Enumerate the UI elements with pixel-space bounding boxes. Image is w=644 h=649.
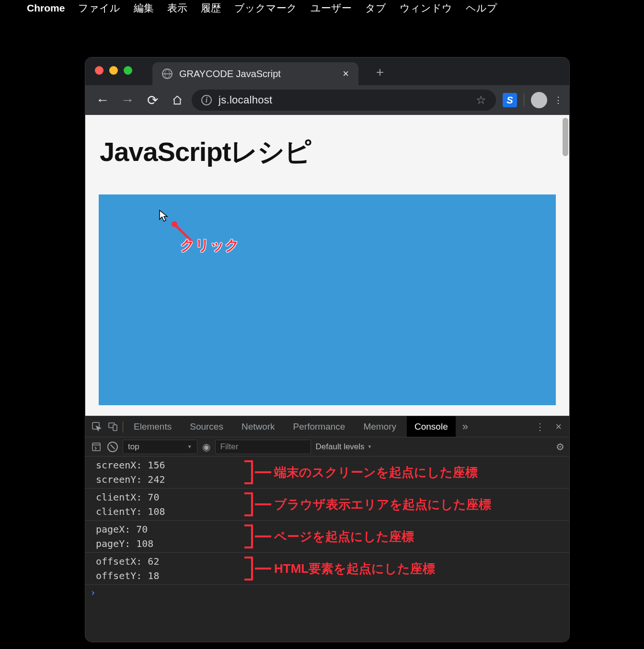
console-annotation: ブラウザ表示エリアを起点にした座標 — [244, 492, 491, 516]
menu-tabs[interactable]: タブ — [365, 1, 386, 15]
page-heading: JavaScriptレシピ — [85, 115, 569, 185]
nav-forward-button[interactable]: → — [117, 90, 138, 111]
log-levels-select[interactable]: Default levels ▼ — [316, 442, 372, 452]
devtools-menu-button[interactable]: ⋮ — [530, 421, 550, 433]
globe-icon — [162, 68, 172, 79]
devtools-close-button[interactable]: × — [552, 421, 564, 433]
nav-reload-button[interactable]: ⟳ — [142, 90, 163, 111]
dropdown-triangle-icon: ▼ — [368, 444, 372, 449]
site-info-icon[interactable]: i — [201, 95, 212, 105]
dash-icon — [255, 535, 271, 537]
browser-tab[interactable]: GRAYCODE JavaScript × — [152, 62, 358, 85]
device-toggle-icon[interactable] — [106, 420, 120, 433]
window-zoom-button[interactable] — [124, 66, 132, 75]
clear-console-icon[interactable] — [107, 442, 118, 452]
toolbar-separator — [524, 93, 524, 107]
new-tab-button[interactable]: + — [373, 65, 387, 80]
devtab-sources[interactable]: Sources — [182, 416, 231, 437]
devtab-console[interactable]: Console — [407, 416, 456, 437]
devtab-performance[interactable]: Performance — [286, 416, 353, 437]
window-traffic-lights — [95, 66, 132, 75]
devtab-network[interactable]: Network — [234, 416, 283, 437]
browser-window: GRAYCODE JavaScript × + ← → ⟳ i js.local… — [85, 57, 569, 642]
console-prompt[interactable]: › — [85, 585, 569, 598]
nav-home-button[interactable] — [167, 90, 188, 111]
devtab-memory[interactable]: Memory — [356, 416, 404, 437]
menu-bookmarks[interactable]: ブックマーク — [234, 1, 297, 15]
dash-icon — [255, 471, 271, 473]
devtools-panel: Elements Sources Network Performance Mem… — [85, 416, 569, 642]
devtabs-overflow-icon[interactable]: » — [459, 421, 472, 433]
toolbar-extensions: S ⋮ — [500, 92, 563, 108]
page-scrollbar[interactable] — [563, 118, 568, 156]
console-filter-placeholder: Filter — [220, 442, 239, 452]
menu-users[interactable]: ユーザー — [310, 1, 352, 15]
window-minimize-button[interactable] — [109, 66, 118, 75]
bracket-icon — [244, 460, 253, 484]
dash-icon — [255, 503, 271, 505]
menu-file[interactable]: ファイル — [78, 1, 120, 15]
tab-strip: GRAYCODE JavaScript × + — [85, 57, 569, 85]
svg-rect-3 — [113, 425, 117, 431]
demo-blue-box[interactable]: クリック — [99, 194, 556, 405]
inspect-element-icon[interactable] — [90, 420, 104, 433]
dash-icon — [255, 568, 271, 569]
menu-edit[interactable]: 編集 — [134, 1, 154, 15]
page-viewport: JavaScriptレシピ クリック — [85, 115, 569, 416]
cursor-arrow-icon — [159, 210, 170, 226]
devtab-elements[interactable]: Elements — [126, 416, 179, 437]
console-output[interactable]: screenX: 156 screenY: 242 端末のスクリーンを起点にした… — [85, 456, 569, 642]
address-omnibox[interactable]: i js.localhost ☆ — [192, 90, 496, 111]
console-sidebar-toggle-icon[interactable] — [90, 441, 103, 453]
console-row: screenX: 156 screenY: 242 端末のスクリーンを起点にした… — [85, 456, 569, 489]
bracket-icon — [244, 492, 253, 516]
menu-view[interactable]: 表示 — [167, 1, 187, 15]
menu-help[interactable]: ヘルプ — [466, 1, 497, 15]
tab-title: GRAYCODE JavaScript — [179, 68, 336, 80]
menu-window[interactable]: ウィンドウ — [400, 1, 452, 15]
annotation-text: ブラウザ表示エリアを起点にした座標 — [274, 496, 491, 513]
svg-rect-4 — [92, 443, 100, 451]
bracket-icon — [244, 524, 253, 548]
annotation-text: 端末のスクリーンを起点にした座標 — [274, 464, 478, 481]
console-annotation: ページを起点にした座標 — [244, 524, 414, 548]
bracket-icon — [244, 557, 253, 581]
extension-s-icon[interactable]: S — [503, 93, 517, 107]
click-annotation-label: クリック — [180, 236, 240, 255]
bookmark-star-icon[interactable]: ☆ — [476, 93, 486, 107]
console-annotation: 端末のスクリーンを起点にした座標 — [244, 460, 478, 484]
live-expression-icon[interactable]: ◉ — [202, 441, 210, 453]
macos-menubar: Chrome ファイル 編集 表示 履歴 ブックマーク ユーザー タブ ウィンド… — [0, 0, 644, 16]
menubar-app-name[interactable]: Chrome — [27, 2, 65, 14]
console-settings-icon[interactable]: ⚙ — [556, 441, 564, 453]
console-row: offsetX: 62 offsetY: 18 HTML要素を起点にした座標 — [85, 553, 569, 585]
devtools-tab-bar: Elements Sources Network Performance Mem… — [85, 416, 569, 437]
url-text: js.localhost — [218, 94, 469, 106]
console-toolbar: top ▼ ◉ Filter Default levels ▼ ⚙ — [85, 437, 569, 456]
console-row: clientX: 70 clientY: 108 ブラウザ表示エリアを起点にした… — [85, 489, 569, 521]
log-levels-label: Default levels — [316, 442, 365, 452]
browser-menu-button[interactable]: ⋮ — [554, 99, 563, 102]
console-filter-input[interactable]: Filter — [215, 440, 311, 454]
tab-close-button[interactable]: × — [343, 68, 349, 80]
annotation-text: ページを起点にした座標 — [274, 528, 414, 545]
menu-history[interactable]: 履歴 — [201, 1, 221, 15]
window-close-button[interactable] — [95, 66, 104, 75]
profile-avatar[interactable] — [531, 92, 547, 108]
execution-context-select[interactable]: top ▼ — [123, 440, 197, 454]
console-row: pageX: 70 pageY: 108 ページを起点にした座標 — [85, 521, 569, 553]
dropdown-triangle-icon: ▼ — [187, 444, 192, 449]
nav-back-button[interactable]: ← — [92, 90, 113, 111]
address-bar: ← → ⟳ i js.localhost ☆ S ⋮ — [85, 85, 569, 115]
console-annotation: HTML要素を起点にした座標 — [244, 557, 435, 581]
devtools-separator — [123, 421, 123, 433]
execution-context-value: top — [128, 442, 139, 452]
annotation-text: HTML要素を起点にした座標 — [274, 560, 435, 577]
